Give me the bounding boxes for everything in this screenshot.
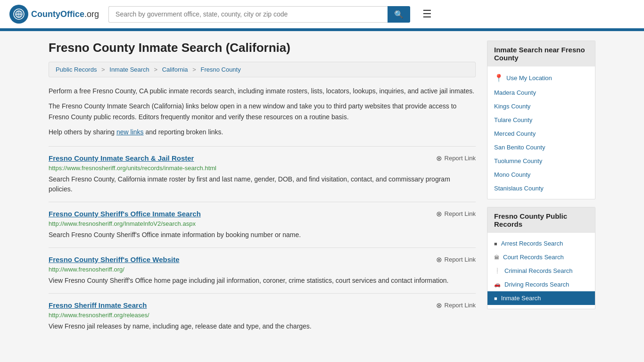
nearby-link-5[interactable]: Tuolumne County [494,157,542,165]
hamburger-icon: ☰ [422,8,432,20]
breadcrumb-sep-2: > [154,66,157,73]
pr-link-4[interactable]: Inmate Search [501,295,541,302]
breadcrumb-california[interactable]: California [162,66,188,73]
nearby-link-0[interactable]: Madera County [494,89,536,96]
breadcrumb-public-records[interactable]: Public Records [56,66,97,73]
report-link-label: Report Link [445,155,476,162]
public-records-item-4[interactable]: ■Inmate Search [487,291,595,305]
logo-name: CountyOffice [31,9,84,19]
result-header: Fresno County Sheriff's Office Inmate Se… [49,210,476,218]
nearby-link-2[interactable]: Tulare County [494,116,532,123]
search-button[interactable]: 🔍 [388,6,410,23]
breadcrumb-sep-3: > [192,66,196,73]
nearby-link-3[interactable]: Merced County [494,130,536,137]
pr-icon-4: ■ [494,296,497,301]
report-icon: ⊗ [436,255,442,264]
description-para-1: Perform a free Fresno County, CA public … [49,86,476,96]
public-records-item-1[interactable]: 🏛Court Records Search [487,250,595,264]
report-icon: ⊗ [436,301,442,310]
report-link-3[interactable]: ⊗ Report Link [436,301,476,310]
breadcrumb-inmate-search[interactable]: Inmate Search [109,66,149,73]
result-title-link[interactable]: Fresno Sheriff Inmate Search [49,301,147,309]
result-desc: Search Fresno County Sheriff's Office in… [49,230,476,240]
report-link-label: Report Link [445,210,476,217]
description-para-2: The Fresno County Inmate Search (Califor… [49,101,476,122]
result-item: Fresno County Inmate Search & Jail Roste… [49,146,476,202]
public-records-item-3[interactable]: 🚗Driving Records Search [487,278,595,291]
report-link-0[interactable]: ⊗ Report Link [436,154,476,163]
description-block: Perform a free Fresno County, CA public … [49,86,476,138]
use-my-location-link[interactable]: Use My Location [506,74,552,82]
nearby-item-4[interactable]: San Benito County [487,140,595,154]
pr-link-2[interactable]: Criminal Records Search [504,267,573,274]
result-header: Fresno Sheriff Inmate Search ⊗ Report Li… [49,301,476,310]
result-title-link[interactable]: Fresno County Inmate Search & Jail Roste… [49,154,194,162]
logo-icon [9,5,28,24]
logo-text: CountyOffice.org [31,9,99,19]
nearby-section-body: 📍 Use My Location Madera CountyKings Cou… [487,66,595,199]
nearby-link-6[interactable]: Mono County [494,171,530,178]
nearby-link-4[interactable]: San Benito County [494,144,545,151]
site-header: CountyOffice.org 🔍 ☰ [0,0,644,30]
nearby-link-1[interactable]: Kings County [494,103,530,110]
nearby-link-7[interactable]: Stanislaus County [494,185,544,192]
result-item: Fresno County Sheriff's Office Inmate Se… [49,202,476,247]
report-link-label: Report Link [445,302,476,309]
result-item: Fresno County Sheriff's Office Website ⊗… [49,247,476,293]
report-icon: ⊗ [436,154,442,163]
description-para-3: Help others by sharing new links and rep… [49,127,476,137]
result-title-link[interactable]: Fresno County Sheriff's Office Website [49,255,180,263]
pr-icon-1: 🏛 [494,255,499,260]
page-container: Fresno County Inmate Search (California)… [39,31,605,348]
breadcrumb-fresno-county[interactable]: Fresno County [200,66,240,73]
public-records-body: ■Arrest Records Search🏛Court Records Sea… [487,233,595,309]
breadcrumb: Public Records > Inmate Search > Califor… [49,62,476,77]
nearby-item-7[interactable]: Stanislaus County [487,181,595,195]
pr-link-3[interactable]: Driving Records Search [504,281,569,288]
logo-tld: .org [84,9,99,19]
public-records-header: Fresno County Public Records [487,207,595,233]
result-item: Fresno Sheriff Inmate Search ⊗ Report Li… [49,293,476,339]
public-records-item-0[interactable]: ■Arrest Records Search [487,237,595,250]
result-url: http://www.fresnosheriff.org/ [49,266,476,273]
nearby-item-3[interactable]: Merced County [487,127,595,140]
nearby-item-6[interactable]: Mono County [487,168,595,181]
location-icon: 📍 [494,74,504,82]
result-header: Fresno County Inmate Search & Jail Roste… [49,154,476,163]
result-url: https://www.fresnosheriff.org/units/reco… [49,165,476,172]
use-my-location-item[interactable]: 📍 Use My Location [487,70,595,86]
search-input[interactable] [108,6,388,23]
nearby-section-header: Inmate Search near Fresno County [487,41,595,66]
menu-button[interactable]: ☰ [420,5,435,23]
nearby-item-1[interactable]: Kings County [487,99,595,113]
public-records-item-2[interactable]: ❕Criminal Records Search [487,264,595,278]
description-post: and reporting broken links. [144,128,223,136]
results-list: Fresno County Inmate Search & Jail Roste… [49,146,476,339]
new-links-link[interactable]: new links [116,128,144,136]
result-url: http://www.fresnosheriff.org/releases/ [49,312,476,319]
nearby-item-2[interactable]: Tulare County [487,113,595,127]
result-desc: Search Fresno County, California inmate … [49,174,476,194]
report-link-2[interactable]: ⊗ Report Link [436,255,476,264]
page-title: Fresno County Inmate Search (California) [49,41,476,55]
pr-icon-0: ■ [494,241,497,247]
result-desc: View Fresno jail releases by name, inclu… [49,321,476,331]
pr-icon-3: 🚗 [494,281,501,288]
result-desc: View Fresno County Sheriff's Office home… [49,276,476,286]
pr-link-1[interactable]: Court Records Search [503,254,564,261]
report-icon: ⊗ [436,210,442,218]
public-records-section: Fresno County Public Records ■Arrest Rec… [487,207,595,309]
nearby-item-5[interactable]: Tuolumne County [487,154,595,168]
pr-link-0[interactable]: Arrest Records Search [501,240,563,247]
result-url: http://www.fresnosheriff.org/InmateInfoV… [49,220,476,227]
search-bar: 🔍 [108,6,410,23]
result-title-link[interactable]: Fresno County Sheriff's Office Inmate Se… [49,210,201,218]
report-link-label: Report Link [445,256,476,263]
report-link-1[interactable]: ⊗ Report Link [436,210,476,218]
description-pre: Help others by sharing [49,128,116,136]
main-content: Fresno County Inmate Search (California)… [49,41,476,339]
pr-icon-2: ❕ [494,268,501,274]
result-header: Fresno County Sheriff's Office Website ⊗… [49,255,476,264]
site-logo[interactable]: CountyOffice.org [9,5,99,24]
nearby-item-0[interactable]: Madera County [487,86,595,99]
